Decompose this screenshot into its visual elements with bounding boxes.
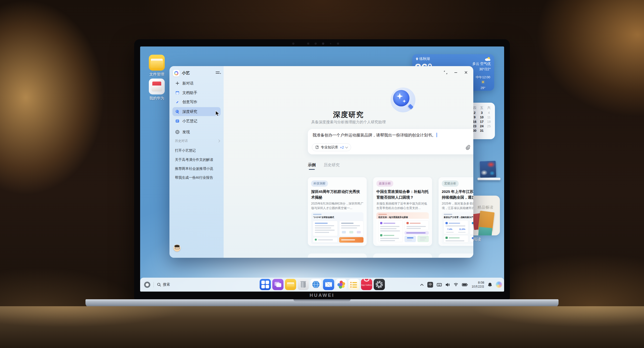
- laptop-display: 文件管理 我的华为 练秋湖 26° 多云: [134, 39, 510, 299]
- knowledge-base-label: 专业知识库: [321, 145, 338, 150]
- user-avatar[interactable]: [174, 244, 181, 251]
- clock[interactable]: 8:08 10月22日: [472, 281, 484, 288]
- weather-condition: 多云: [472, 62, 479, 66]
- assistant-ring-icon[interactable]: [144, 282, 150, 288]
- weather-hour-temp: 29°: [476, 86, 490, 90]
- example-card-tech[interactable]: 科技洞察 深圳45周年万机联动灯光秀技术揭秘 2025年8月26日晚8时26分，…: [308, 177, 367, 246]
- page-title: 深度研究: [224, 110, 473, 120]
- minimize-window-button[interactable]: [454, 71, 458, 74]
- sun-icon: [481, 80, 485, 84]
- example-card-policy[interactable]: 政策分析 中国生育政策组合拳：补贴与托育能否扭转人口困境？ 本报告系统梳理了近年…: [373, 177, 432, 246]
- sparkle-icon: [396, 93, 403, 99]
- sidebar-item-xiaoyi-notes[interactable]: 小艺慧记: [172, 117, 221, 126]
- example-card-macro[interactable]: 宏观分析 2025 年上半年江苏省经济增量持续领跑全国，通过... 2025年，…: [438, 177, 473, 246]
- knowledge-base-selector[interactable]: 专业知识库+2: [312, 143, 351, 151]
- calendar-day[interactable]: 25: [485, 124, 492, 128]
- tab-examples[interactable]: 示例: [308, 163, 316, 170]
- camera-sensor: [314, 43, 317, 45]
- document-assistant-icon: [175, 91, 180, 95]
- close-window-button[interactable]: [464, 71, 468, 74]
- time: 8:08: [472, 281, 484, 285]
- history-item[interactable]: 帮我生成一份AI行业报告: [175, 175, 221, 180]
- knowledge-book-icon: [315, 145, 319, 149]
- sidebar: 小艺 新对话 文档助手: [170, 66, 224, 258]
- divider: [154, 282, 154, 287]
- volume-icon[interactable]: [446, 283, 450, 287]
- sidebar-item-label: 发现: [182, 130, 190, 135]
- preview-heading: 经济支持：地方层面差异化探索: [378, 216, 427, 219]
- dock-files[interactable]: [285, 279, 296, 290]
- calendar-day[interactable]: 24: [478, 124, 486, 128]
- file-manager-icon: [149, 55, 165, 71]
- dock-multitask[interactable]: [272, 279, 284, 290]
- app-title: 小艺: [182, 71, 214, 76]
- xiaoyi-app-window: 小艺 新对话 文档助手: [170, 66, 473, 258]
- calendar-day[interactable]: 18: [485, 120, 492, 124]
- tray-expand-icon[interactable]: [420, 284, 424, 286]
- calendar-day[interactable]: 17: [478, 120, 486, 124]
- text-caret: [436, 133, 437, 137]
- sidebar-item-label: 创意写作: [182, 100, 197, 104]
- history-section-header[interactable]: 历史对话: [175, 139, 220, 143]
- restore-window-button[interactable]: [444, 71, 448, 74]
- assistant-orb-icon[interactable]: [496, 281, 502, 288]
- dock-email[interactable]: [323, 279, 334, 290]
- dock-gallery[interactable]: [336, 279, 347, 290]
- dock-browser[interactable]: [310, 279, 322, 290]
- card-sliver: [373, 253, 432, 258]
- history-item[interactable]: 关于高考满分作文的解读: [175, 158, 221, 162]
- weather-location: 练秋湖: [420, 57, 430, 61]
- keyboard-icon[interactable]: [437, 283, 442, 287]
- search-icon: [157, 283, 161, 287]
- calendar-day[interactable]: 4: [485, 111, 492, 115]
- desktop: 文件管理 我的华为 练秋湖 26° 多云: [140, 47, 504, 291]
- dock-app-launcher[interactable]: [260, 279, 271, 290]
- card-badge: 政策分析: [376, 180, 393, 187]
- sparkle-icon: [402, 99, 406, 103]
- desktop-icon-my-huawei[interactable]: 我的华为: [145, 79, 169, 101]
- attach-file-button[interactable]: [465, 145, 470, 150]
- sidebar-item-discover[interactable]: 发现: [172, 128, 221, 136]
- dock-settings[interactable]: [374, 279, 385, 290]
- calendar-day[interactable]: 11: [485, 115, 492, 119]
- sidebar-item-new-chat[interactable]: 新对话: [172, 79, 221, 88]
- card-sliver: [438, 253, 473, 258]
- desktop-icon-label: 我的华为: [145, 96, 169, 101]
- sidebar-item-doc-assistant[interactable]: 文档助手: [172, 88, 221, 97]
- preview-stat: 7.4%: [447, 228, 452, 230]
- system-tray: 中 8:08 10月22日: [420, 278, 502, 291]
- battery-icon[interactable]: [462, 283, 468, 286]
- desktop-icon-file-manager[interactable]: 文件管理: [145, 55, 169, 77]
- shelf: [478, 178, 500, 180]
- dock-memo[interactable]: [348, 279, 360, 290]
- cloudy-icon: [484, 57, 491, 61]
- card-description: 2025年8月26日晚8时26分，深圳市民广场与深圳人才公园的夜空被一...: [311, 201, 364, 210]
- calendar-day[interactable]: [485, 129, 492, 133]
- preview-bar-chart: [470, 220, 473, 235]
- sidebar-item-deep-research[interactable]: 深度研究: [172, 107, 221, 116]
- prompt-input[interactable]: 我准备创办一个户外运动服装品牌，请帮我出一份详细的创业计划书。 专业知识库+2: [308, 129, 473, 154]
- desk-surface: [0, 306, 644, 348]
- tab-research-history[interactable]: 历史研究: [324, 163, 340, 170]
- calendar-day[interactable]: 3: [478, 111, 486, 115]
- calendar-day[interactable]: 31: [478, 129, 486, 133]
- camera-sensor: [330, 43, 331, 44]
- calendar-weekday: 六: [485, 106, 492, 110]
- ime-indicator[interactable]: 中: [427, 282, 433, 288]
- my-huawei-icon: [149, 79, 165, 95]
- sidebar-item-creative-writing[interactable]: 创意写作: [172, 97, 221, 106]
- history-item[interactable]: 打开小艺慧记: [175, 148, 221, 153]
- wifi-icon[interactable]: [454, 283, 458, 286]
- history-item[interactable]: 推荐两本社会派推理小说: [175, 167, 221, 171]
- taskbar-search[interactable]: 搜索: [157, 282, 170, 287]
- knowledge-base-count: +2: [340, 145, 344, 149]
- reading-widget[interactable]: 精品畅读: [472, 196, 500, 235]
- dock-recycle-bin[interactable]: [298, 279, 309, 290]
- reading-app-label: 阅读: [473, 237, 481, 242]
- dock-app-gallery[interactable]: App Gallery: [361, 279, 372, 290]
- sidebar-collapse-icon[interactable]: [216, 71, 221, 75]
- date: 10月22日: [472, 285, 484, 289]
- notification-bell-icon[interactable]: [488, 283, 492, 287]
- main-pane: 深度研究 具备深度搜索与分析推理能力的个人研究助理 我准备创办一个户外运动服装品…: [224, 66, 473, 258]
- calendar-day[interactable]: 10: [478, 115, 486, 119]
